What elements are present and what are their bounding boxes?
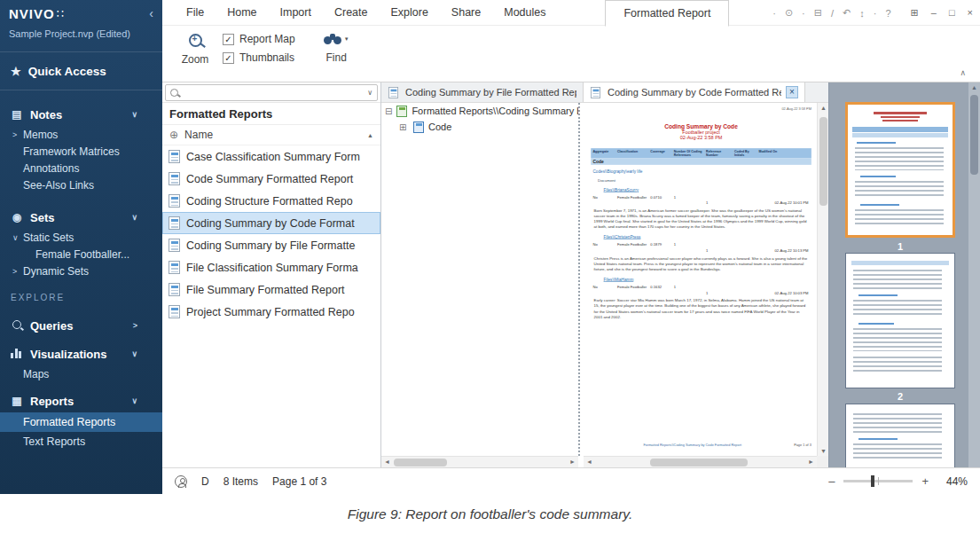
report-list-item[interactable]: File Classification Summary Forma (162, 256, 380, 278)
expander-expanded-icon[interactable]: ⊟ (385, 106, 392, 116)
zoom-button[interactable]: Zoom (178, 32, 212, 66)
quick-icon-dot[interactable]: · (802, 8, 805, 19)
ribbon-tab-create[interactable]: Create (323, 0, 380, 25)
search-input[interactable] (183, 87, 363, 98)
scrollbar-thumb[interactable] (394, 459, 447, 467)
find-button[interactable]: ▼ Find (324, 32, 349, 64)
scroll-up-icon[interactable]: ▲ (818, 105, 829, 111)
scroll-down-icon[interactable]: ▼ (818, 448, 829, 454)
ribbon-tab-home[interactable]: Home (216, 0, 268, 25)
report-list-item[interactable]: Project Summary Formatted Repo (162, 301, 380, 323)
scroll-left-icon[interactable]: ◄ (586, 459, 592, 465)
dynamic-sets-label: Dynamic Sets (23, 265, 89, 278)
star-icon: ★ (11, 65, 21, 78)
zoom-slider-handle[interactable] (871, 475, 874, 487)
document-horizontal-scrollbar[interactable]: ◄ ► (584, 456, 817, 467)
report-list-item[interactable]: File Summary Formatted Report (162, 278, 380, 301)
ribbon-tab-formatted-report[interactable]: Formatted Report (605, 0, 729, 27)
quick-icon-dot[interactable]: · (772, 8, 776, 19)
search-dropdown-icon[interactable]: ∨ (367, 89, 372, 97)
sidebar-item-female-footballer-set[interactable]: Female Footballer... (0, 246, 162, 263)
report-title-block: Coding Summary by Code Footballer projec… (591, 123, 811, 141)
report-list-item[interactable]: Case Classification Summary Form (162, 145, 380, 168)
close-icon[interactable]: × (968, 7, 973, 19)
scroll-left-icon[interactable]: ◄ (384, 459, 390, 465)
ribbon-tab-explore[interactable]: Explore (379, 0, 439, 25)
thumbnail-page-2[interactable] (845, 253, 955, 388)
thumbnail-page-3[interactable] (845, 404, 955, 467)
tab-coding-summary-by-file[interactable]: Coding Summary by File Formatted Report … (381, 82, 584, 102)
zoom-in-icon[interactable]: + (921, 474, 929, 488)
sort-ascending-icon[interactable]: ▲ (367, 132, 373, 138)
ribbon-content: Zoom ✓ Report Map ✓ Thumbnails ▼ Find (162, 26, 980, 81)
expander-collapsed-icon[interactable]: ⊞ (399, 122, 409, 132)
report-list-item[interactable]: Coding Summary by File Formatte (162, 234, 380, 256)
sidebar-item-annotations[interactable]: Annotations (0, 160, 162, 176)
ribbon-tab-modules[interactable]: Modules (492, 0, 557, 25)
help-icon[interactable]: ? (885, 8, 890, 19)
chevron-down-icon[interactable]: ∨ (131, 213, 137, 222)
sidebar-item-maps[interactable]: Maps (0, 365, 162, 382)
find-dropdown-icon[interactable]: ▼ (344, 36, 349, 42)
chevron-down-icon[interactable]: ∨ (131, 110, 137, 119)
report-list-item[interactable]: Code Summary Formatted Report (162, 168, 380, 190)
scrollbar-thumb[interactable] (650, 459, 748, 467)
report-list-item-selected[interactable]: Coding Summary by Code Format (162, 212, 380, 234)
sidebar-item-quick-access[interactable]: ★ Quick Access (0, 56, 162, 86)
report-list-item[interactable]: Coding Structure Formatted Repo (162, 190, 380, 212)
quick-icon-dot[interactable]: · (874, 8, 877, 19)
thumbnail-scrollbar[interactable]: ▲ (968, 82, 980, 467)
edit-icon[interactable]: / (831, 8, 834, 19)
collapse-ribbon-icon[interactable]: ∧ (960, 68, 966, 77)
sidebar-item-see-also-links[interactable]: See-Also Links (0, 176, 162, 193)
sidebar-item-static-sets[interactable]: ∨ Static Sets (0, 229, 162, 246)
scrollbar-thumb[interactable] (970, 95, 978, 175)
ribbon-tab-import[interactable]: Import (269, 0, 323, 25)
undo-icon[interactable]: ↶ (843, 7, 851, 19)
ribbon-tab-share[interactable]: Share (440, 0, 492, 25)
restore-icon[interactable]: □ (949, 7, 955, 19)
scroll-up-icon[interactable]: ▲ (968, 84, 980, 90)
chevron-right-icon[interactable]: > (133, 321, 137, 330)
ribbon-tab-file[interactable]: File (175, 0, 216, 25)
thumbnails-checkbox[interactable]: ✓ Thumbnails (223, 51, 295, 64)
sidebar-item-framework-matrices[interactable]: Framework Matrices (0, 143, 162, 160)
tab-coding-summary-by-code[interactable]: Coding Summary by Code Formatted Report … (584, 82, 805, 102)
chevron-down-icon[interactable]: ∨ (131, 349, 137, 358)
zoom-slider[interactable] (843, 480, 913, 482)
search-box[interactable]: ∨ (165, 84, 378, 101)
save-icon[interactable]: ⊟ (814, 7, 822, 19)
plus-circle-icon[interactable]: ⊕ (169, 129, 178, 141)
scroll-right-icon[interactable]: ► (808, 459, 814, 465)
document-page-view[interactable]: 02-Aug-22 3:58 PM Coding Summary by Code… (584, 103, 818, 456)
sidebar-item-formatted-reports[interactable]: Formatted Reports (0, 412, 162, 432)
thumbnail-page-1-selected[interactable] (845, 102, 955, 238)
sidebar-group-reports[interactable]: ▦ Reports ∨ (0, 389, 162, 412)
sidebar-collapse-icon[interactable]: ‹ (149, 6, 153, 20)
tree-node-root[interactable]: ⊟ Formatted Reports\\Coding Summary by C… (381, 103, 578, 119)
chevron-down-icon[interactable]: ∨ (131, 396, 137, 405)
report-icon (169, 150, 180, 163)
column-header: Coverage (650, 149, 671, 157)
sidebar-group-queries[interactable]: Queries > (0, 314, 162, 337)
document-vertical-scrollbar[interactable]: ▲ ▼ (817, 103, 828, 456)
sidebar-item-memos[interactable]: > Memos (0, 126, 162, 143)
sidebar-item-dynamic-sets[interactable]: > Dynamic Sets (0, 263, 162, 279)
minimize-icon[interactable]: – (931, 7, 937, 19)
zoom-out-icon[interactable]: – (828, 474, 835, 488)
scrollbar-thumb[interactable] (819, 117, 827, 206)
close-tab-icon[interactable]: × (786, 86, 798, 98)
report-map-checkbox[interactable]: ✓ Report Map (223, 33, 295, 45)
sidebar-group-visualizations[interactable]: Visualizations ∨ (0, 342, 162, 365)
tree-node-code[interactable]: ⊞ Code (381, 119, 578, 135)
quick-icon-record[interactable]: ⊙ (785, 7, 793, 19)
sidebar-item-text-reports[interactable]: Text Reports (0, 432, 162, 451)
scroll-right-icon[interactable]: ► (569, 459, 576, 465)
sort-toggle-icon[interactable]: ↕ (859, 8, 865, 19)
sidebar-group-notes[interactable]: ▤ Notes ∨ (0, 103, 162, 126)
sidebar-group-sets[interactable]: ◉ Sets ∨ (0, 206, 162, 229)
name-column-header[interactable]: ⊕ Name ▲ (162, 125, 380, 145)
project-name: Sample Project.nvp (Edited) (0, 27, 162, 48)
panes-icon[interactable]: ⊞ (911, 7, 919, 19)
tree-horizontal-scrollbar[interactable]: ◄ ► (381, 456, 578, 467)
